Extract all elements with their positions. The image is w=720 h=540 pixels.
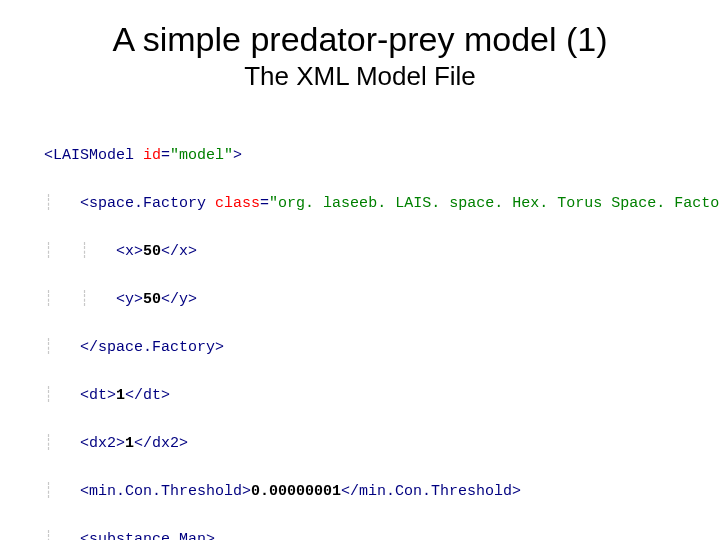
xml-text: 1 [125, 435, 134, 452]
xml-text: 50 [143, 291, 161, 308]
xml-tag: <space.Factory [80, 195, 215, 212]
code-line: ┊ ┊ <x>50</x> [44, 240, 680, 264]
xml-tag: </dx2> [134, 435, 188, 452]
xml-text: 50 [143, 243, 161, 260]
slide-title: A simple predator-prey model (1) [40, 20, 680, 59]
xml-text: 1 [116, 387, 125, 404]
xml-tag: </y> [161, 291, 197, 308]
xml-eq: = [260, 195, 269, 212]
xml-tag: <dt> [80, 387, 116, 404]
xml-tag: <min.Con.Threshold> [80, 483, 251, 500]
xml-tag-close: > [233, 147, 242, 164]
xml-code-block: <LAISModel id="model"> ┊ <space.Factory … [44, 120, 680, 540]
code-line: ┊ <min.Con.Threshold>0.00000001</min.Con… [44, 480, 680, 504]
indent-guide: ┊ [44, 528, 80, 540]
xml-attr-name: class [215, 195, 260, 212]
code-line: ┊ ┊ <y>50</y> [44, 288, 680, 312]
slide-subtitle: The XML Model File [40, 61, 680, 92]
xml-tag: <y> [116, 291, 143, 308]
indent-guide: ┊ [44, 480, 80, 504]
xml-tag: </min.Con.Threshold> [341, 483, 521, 500]
xml-text: 0.00000001 [251, 483, 341, 500]
xml-eq: = [161, 147, 170, 164]
xml-tag: <LAISModel [44, 147, 143, 164]
xml-attr-value: "model" [170, 147, 233, 164]
indent-guide: ┊ ┊ [44, 288, 116, 312]
code-line: ┊ </space.Factory> [44, 336, 680, 360]
code-line: ┊ <space.Factory class="org. laseeb. LAI… [44, 192, 680, 216]
xml-tag: </dt> [125, 387, 170, 404]
indent-guide: ┊ [44, 384, 80, 408]
xml-tag: </space.Factory> [80, 339, 224, 356]
code-line: ┊ <dt>1</dt> [44, 384, 680, 408]
code-line: ┊ <dx2>1</dx2> [44, 432, 680, 456]
indent-guide: ┊ [44, 432, 80, 456]
indent-guide: ┊ [44, 192, 80, 216]
xml-attr-name: id [143, 147, 161, 164]
xml-tag: <dx2> [80, 435, 125, 452]
indent-guide: ┊ ┊ [44, 240, 116, 264]
code-line: ┊ <substance.Man> [44, 528, 680, 540]
xml-tag: <substance.Man> [80, 531, 215, 540]
xml-tag: </x> [161, 243, 197, 260]
slide: A simple predator-prey model (1) The XML… [0, 0, 720, 540]
indent-guide: ┊ [44, 336, 80, 360]
xml-tag: <x> [116, 243, 143, 260]
code-line: <LAISModel id="model"> [44, 144, 680, 168]
xml-attr-value: "org. laseeb. LAIS. space. Hex. Torus Sp… [269, 195, 720, 212]
